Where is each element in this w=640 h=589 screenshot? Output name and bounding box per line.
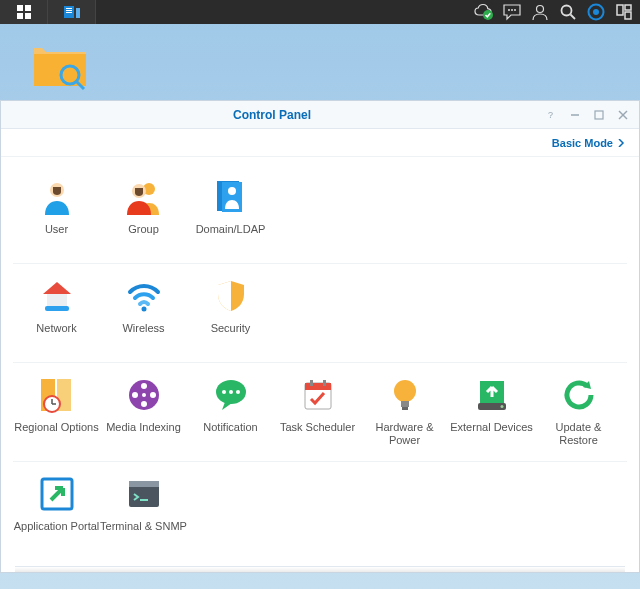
item-media-indexing[interactable]: Media Indexing — [100, 369, 187, 451]
item-network[interactable]: Network — [13, 270, 100, 352]
minimize-button[interactable] — [567, 107, 583, 123]
svg-rect-6 — [66, 10, 72, 11]
section-accounts: User Group Domain/LDAP — [13, 165, 627, 264]
item-group[interactable]: Group — [100, 171, 187, 253]
svg-line-15 — [571, 15, 576, 20]
wireless-icon — [124, 276, 164, 316]
svg-point-45 — [141, 401, 147, 407]
item-wireless[interactable]: Wireless — [100, 270, 187, 352]
item-label: Network — [36, 322, 76, 348]
item-label: Notification — [203, 421, 257, 447]
svg-text:?: ? — [548, 110, 553, 120]
item-label: Application Portal — [14, 520, 100, 546]
svg-point-47 — [142, 393, 146, 397]
item-update-restore[interactable]: Update & Restore — [535, 369, 622, 451]
item-security[interactable]: Security — [187, 270, 274, 352]
system-topbar — [0, 0, 640, 24]
control-panel-window: Control Panel ? Basic Mode User — [0, 100, 640, 573]
item-external-devices[interactable]: External Devices — [448, 369, 535, 451]
item-label: Wireless — [122, 322, 164, 348]
item-label: Task Scheduler — [280, 421, 355, 447]
svg-rect-3 — [25, 13, 31, 19]
chevron-right-icon — [617, 139, 625, 147]
item-label: Security — [211, 322, 251, 348]
clock-icon — [37, 375, 77, 415]
footer-divider — [15, 566, 625, 572]
svg-point-12 — [514, 9, 516, 11]
item-label: Terminal & SNMP — [100, 520, 187, 546]
user-icon — [37, 177, 77, 217]
user-icon[interactable] — [528, 0, 552, 24]
svg-rect-58 — [402, 407, 408, 410]
bulb-icon — [385, 375, 425, 415]
terminal-icon — [124, 474, 164, 514]
svg-point-10 — [508, 9, 510, 11]
svg-point-14 — [562, 6, 572, 16]
svg-point-36 — [141, 307, 146, 312]
section-applications: Application Portal Terminal & SNMP — [13, 462, 627, 560]
svg-point-51 — [236, 390, 240, 394]
mode-link-label: Basic Mode — [552, 137, 613, 149]
svg-rect-8 — [76, 8, 80, 18]
item-notification[interactable]: Notification — [187, 369, 274, 451]
svg-point-49 — [222, 390, 226, 394]
item-domain-ldap[interactable]: Domain/LDAP — [187, 171, 274, 253]
item-label: Update & Restore — [535, 421, 622, 447]
svg-rect-54 — [310, 380, 313, 386]
close-button[interactable] — [615, 107, 631, 123]
svg-rect-7 — [66, 12, 72, 13]
cloud-ok-icon[interactable] — [472, 0, 496, 24]
widgets-icon[interactable] — [612, 0, 636, 24]
svg-rect-1 — [25, 5, 31, 11]
item-user[interactable]: User — [13, 171, 100, 253]
svg-rect-0 — [17, 5, 23, 11]
calendar-icon — [298, 375, 338, 415]
svg-point-33 — [228, 187, 236, 195]
group-icon — [124, 177, 164, 217]
svg-point-44 — [150, 392, 156, 398]
svg-rect-19 — [625, 5, 631, 10]
server-button[interactable] — [48, 0, 96, 24]
item-application-portal[interactable]: Application Portal — [13, 468, 100, 550]
external-drive-icon — [472, 375, 512, 415]
item-terminal-snmp[interactable]: Terminal & SNMP — [100, 468, 187, 550]
section-connectivity: Network Wireless Security — [13, 264, 627, 363]
window-title: Control Panel — [1, 108, 543, 122]
item-label: Media Indexing — [106, 421, 181, 447]
item-label: User — [45, 223, 68, 249]
svg-point-17 — [593, 9, 599, 15]
svg-rect-18 — [617, 5, 623, 15]
svg-point-56 — [394, 380, 416, 402]
chat-icon[interactable] — [500, 0, 524, 24]
file-station-desktop-icon[interactable] — [30, 40, 90, 90]
window-titlebar: Control Panel ? — [1, 101, 639, 129]
item-label: Regional Options — [14, 421, 98, 447]
refresh-icon — [559, 375, 599, 415]
speech-bubble-icon — [211, 375, 251, 415]
svg-rect-53 — [305, 383, 331, 390]
help-button[interactable]: ? — [543, 107, 559, 123]
svg-point-13 — [537, 6, 544, 13]
apps-button[interactable] — [0, 0, 48, 24]
item-label: Hardware & Power — [361, 421, 448, 447]
svg-rect-2 — [17, 13, 23, 19]
svg-point-11 — [511, 9, 513, 11]
item-label: Group — [128, 223, 159, 249]
item-label: External Devices — [450, 421, 533, 447]
svg-point-61 — [500, 405, 503, 408]
svg-rect-64 — [129, 481, 159, 487]
basic-mode-toggle[interactable]: Basic Mode — [552, 137, 625, 149]
item-label: Domain/LDAP — [196, 223, 266, 249]
domain-icon — [211, 177, 251, 217]
search-icon[interactable] — [556, 0, 580, 24]
item-task-scheduler[interactable]: Task Scheduler — [274, 369, 361, 451]
item-hardware-power[interactable]: Hardware & Power — [361, 369, 448, 451]
svg-rect-34 — [47, 294, 67, 306]
item-regional-options[interactable]: Regional Options — [13, 369, 100, 451]
svg-rect-55 — [323, 380, 326, 386]
maximize-button[interactable] — [591, 107, 607, 123]
svg-point-50 — [229, 390, 233, 394]
svg-point-46 — [132, 392, 138, 398]
activity-icon[interactable] — [584, 0, 608, 24]
svg-rect-25 — [595, 111, 603, 119]
